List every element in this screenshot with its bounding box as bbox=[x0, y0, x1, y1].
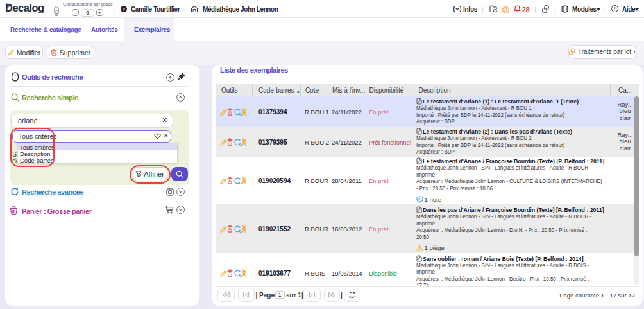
svg-text:Decalog: Decalog bbox=[5, 2, 44, 13]
